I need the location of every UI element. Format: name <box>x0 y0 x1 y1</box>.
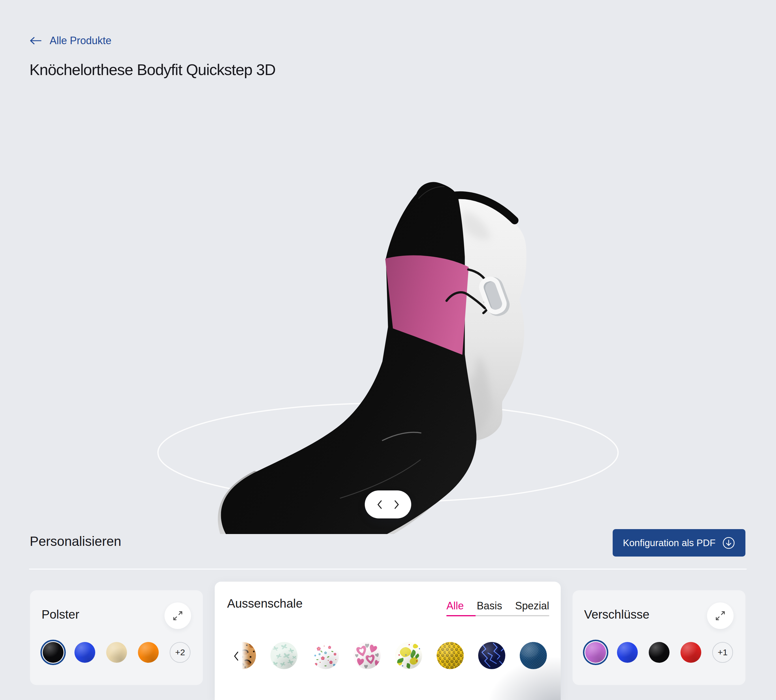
padding-swatch-blue[interactable] <box>75 642 95 663</box>
pattern-swatch-flowers[interactable] <box>312 642 339 669</box>
back-to-products-link[interactable]: Alle Produkte <box>29 35 112 47</box>
panel-closures-title: Verschlüsse <box>584 608 649 622</box>
panel-closures-expand-button[interactable] <box>707 602 734 629</box>
personalize-heading: Personalisieren <box>30 533 121 549</box>
closures-swatch-blue[interactable] <box>617 642 638 663</box>
panel-closures: Verschlüsse +1 <box>573 590 745 685</box>
pattern-swatch-leopard[interactable] <box>240 642 256 669</box>
closures-swatch-black[interactable] <box>649 642 669 663</box>
pattern-carousel <box>240 642 561 669</box>
chevron-left-icon <box>377 500 382 509</box>
arrow-left-icon <box>29 36 42 45</box>
panel-padding-title: Polster <box>42 608 79 622</box>
pattern-swatch-hearts[interactable] <box>353 642 381 669</box>
product-3d-canvas[interactable] <box>115 130 664 534</box>
expand-icon <box>714 610 726 622</box>
download-icon <box>722 536 735 550</box>
padding-swatch-beige[interactable] <box>106 642 127 663</box>
configurator-page: Alle Produkte Knöchelorthese Bodyfit Qui… <box>0 0 776 700</box>
expand-icon <box>172 610 183 622</box>
panel-padding: Polster +2 <box>30 590 203 685</box>
tab-alle[interactable]: Alle <box>446 600 464 612</box>
closures-swatch-row: +1 <box>585 642 733 663</box>
rotate-next-button[interactable] <box>393 498 401 511</box>
pattern-swatch-dots[interactable] <box>520 642 547 669</box>
section-divider <box>29 569 746 570</box>
download-pdf-button[interactable]: Konfiguration als PDF <box>613 529 745 557</box>
panel-shell-title: Aussenschale <box>227 597 303 610</box>
download-pdf-label: Konfiguration als PDF <box>623 537 716 548</box>
shell-tabs: Alle Basis Spezial <box>446 600 549 612</box>
padding-swatch-orange[interactable] <box>138 642 159 663</box>
chevron-right-icon <box>394 500 399 509</box>
back-link-label: Alle Produkte <box>50 35 112 47</box>
tab-spezial[interactable]: Spezial <box>515 600 549 612</box>
padding-swatch-black[interactable] <box>43 642 63 663</box>
rotate-control <box>365 490 411 518</box>
closures-swatch-orchid[interactable] <box>585 642 606 663</box>
padding-swatch-row: +2 <box>43 642 190 663</box>
closures-more-badge[interactable]: +1 <box>712 642 733 663</box>
tab-basis[interactable]: Basis <box>477 600 502 612</box>
padding-more-badge[interactable]: +2 <box>170 642 190 663</box>
panel-padding-expand-button[interactable] <box>165 602 191 629</box>
chevron-left-icon <box>234 652 239 661</box>
panel-shell: Aussenschale Alle Basis Spezial <box>215 582 561 700</box>
closures-swatch-red[interactable] <box>681 642 701 663</box>
pattern-swatch-splash[interactable] <box>395 642 422 669</box>
page-title: Knöchelorthese Bodyfit Quickstep 3D <box>30 61 275 78</box>
pattern-carousel-prev-button[interactable] <box>233 650 240 663</box>
pattern-swatch-lightning[interactable] <box>478 642 505 669</box>
pattern-swatch-butterflies[interactable] <box>270 642 298 669</box>
tab-underline <box>446 615 549 616</box>
pattern-swatch-smileys[interactable] <box>436 642 464 669</box>
rotate-prev-button[interactable] <box>375 498 384 511</box>
